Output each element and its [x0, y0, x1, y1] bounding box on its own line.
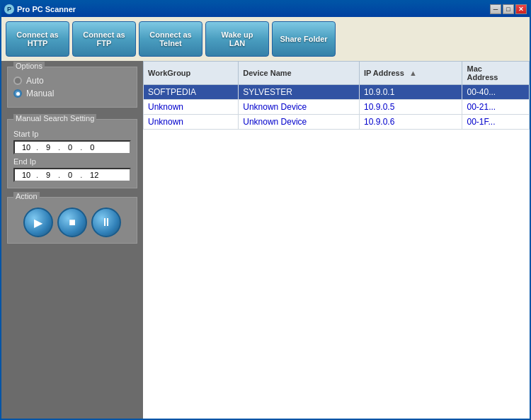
end-ip-oct1[interactable]	[18, 171, 35, 179]
close-button[interactable]: ✕	[515, 4, 527, 14]
cell-ip: 10.9.0.1	[359, 85, 462, 100]
col-workgroup[interactable]: WorkGroup	[144, 62, 239, 85]
cell-device-name: Unknown Device	[239, 100, 360, 115]
start-ip-oct4[interactable]	[84, 143, 101, 152]
manual-option[interactable]: Manual	[13, 89, 131, 98]
stop-button[interactable]: ■	[57, 208, 87, 237]
connect-telnet-button[interactable]: Connect asTelnet	[139, 21, 202, 57]
title-bar-controls: ─ □ ✕	[490, 4, 527, 14]
col-ip-address[interactable]: IP Address ▲	[359, 62, 462, 85]
restore-button[interactable]: □	[503, 4, 514, 14]
title-bar-left: P Pro PC Scanner	[4, 4, 76, 14]
cell-device-name: Unknown Device	[239, 115, 360, 130]
right-panel: WorkGroup Device Name IP Address ▲ MacAd…	[143, 61, 530, 419]
manual-search-title: Manual Search Setting	[13, 114, 96, 123]
left-panel: Options Auto Manual Manual Search Settin…	[1, 61, 143, 419]
pause-icon: ⏸	[101, 216, 112, 229]
connect-ftp-button[interactable]: Connect asFTP	[72, 21, 136, 57]
end-ip-oct4[interactable]	[84, 171, 105, 179]
manual-search-group: Manual Search Setting Start Ip . . . End…	[7, 119, 137, 188]
table-body: SOFTPEDIA SYLVESTER 10.9.0.1 00-40... Un…	[144, 85, 530, 130]
end-ip-input[interactable]: . . .	[13, 168, 131, 182]
table-header-row: WorkGroup Device Name IP Address ▲ MacAd…	[144, 62, 530, 85]
minimize-button[interactable]: ─	[490, 4, 501, 14]
start-ip-label: Start Ip	[13, 130, 131, 138]
col-device-name[interactable]: Device Name	[239, 62, 360, 85]
cell-device-name: SYLVESTER	[239, 85, 360, 100]
pause-button[interactable]: ⏸	[91, 208, 121, 237]
toolbar: Connect asHTTP Connect asFTP Connect asT…	[1, 17, 530, 61]
cell-mac: 00-21...	[462, 100, 530, 115]
main-content: Options Auto Manual Manual Search Settin…	[1, 61, 530, 419]
start-ip-oct3[interactable]	[62, 143, 79, 152]
auto-option[interactable]: Auto	[13, 76, 131, 86]
cell-workgroup: Unknown	[144, 100, 239, 115]
end-ip-oct2[interactable]	[40, 171, 57, 179]
wake-lan-button[interactable]: Wake upLAN	[205, 21, 269, 57]
manual-radio[interactable]	[13, 89, 22, 98]
auto-radio[interactable]	[13, 76, 22, 85]
cell-mac: 00-1F...	[462, 115, 530, 130]
action-buttons: ▶ ■ ⏸	[13, 208, 131, 237]
end-ip-label: End Ip	[13, 157, 131, 166]
cell-ip: 10.9.0.6	[359, 115, 462, 130]
options-group: Options Auto Manual	[7, 67, 137, 108]
play-button[interactable]: ▶	[23, 208, 53, 237]
cell-mac: 00-40...	[462, 85, 530, 100]
cell-workgroup: SOFTPEDIA	[144, 85, 239, 100]
table-row[interactable]: SOFTPEDIA SYLVESTER 10.9.0.1 00-40...	[144, 85, 530, 100]
start-ip-oct1[interactable]	[18, 143, 35, 152]
main-window: P Pro PC Scanner ─ □ ✕ Connect asHTTP Co…	[0, 0, 531, 420]
action-group: Action ▶ ■ ⏸	[7, 197, 137, 244]
stop-icon: ■	[69, 216, 76, 229]
window-title: Pro PC Scanner	[17, 5, 76, 13]
sort-arrow-icon: ▲	[409, 69, 417, 77]
table-row[interactable]: Unknown Unknown Device 10.9.0.6 00-1F...	[144, 115, 530, 130]
action-title: Action	[13, 192, 40, 200]
cell-workgroup: Unknown	[144, 115, 239, 130]
cell-ip: 10.9.0.5	[359, 100, 462, 115]
app-icon: P	[4, 4, 14, 14]
table-row[interactable]: Unknown Unknown Device 10.9.0.5 00-21...	[144, 100, 530, 115]
manual-label: Manual	[26, 89, 54, 98]
devices-table: WorkGroup Device Name IP Address ▲ MacAd…	[143, 61, 530, 130]
share-folder-button[interactable]: Share Folder	[272, 21, 336, 57]
auto-label: Auto	[26, 76, 44, 86]
title-bar: P Pro PC Scanner ─ □ ✕	[1, 1, 530, 17]
options-content: Auto Manual	[13, 76, 131, 98]
play-icon: ▶	[34, 216, 42, 229]
options-title: Options	[13, 62, 45, 70]
col-mac-address[interactable]: MacAddress	[462, 62, 530, 85]
end-ip-oct3[interactable]	[62, 171, 79, 179]
connect-http-button[interactable]: Connect asHTTP	[6, 21, 69, 57]
start-ip-oct2[interactable]	[40, 143, 57, 152]
table-container[interactable]: WorkGroup Device Name IP Address ▲ MacAd…	[143, 61, 530, 419]
start-ip-input[interactable]: . . .	[13, 140, 131, 154]
